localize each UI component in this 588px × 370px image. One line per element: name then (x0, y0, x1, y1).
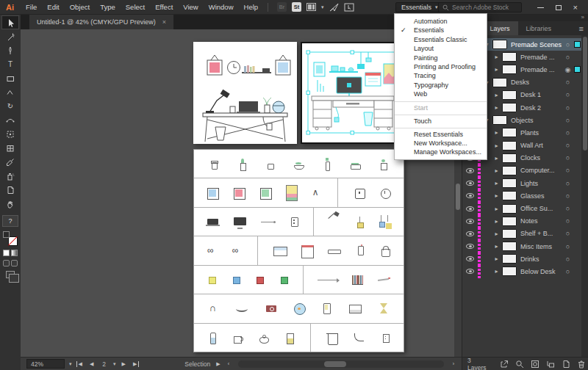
visibility-eye-icon[interactable] (466, 219, 474, 224)
layer-name[interactable]: Lights (520, 180, 562, 187)
free-transform-tool[interactable] (1, 127, 19, 141)
layer-row[interactable]: ▸ Lights ○ (462, 177, 581, 189)
expand-chevron-icon[interactable]: ▸ (492, 206, 501, 212)
horizontal-scrollbar[interactable] (238, 360, 444, 368)
workspace-menu-item[interactable]: ✓ Typography (395, 81, 487, 90)
workspace-menu-item[interactable]: ✓ Essentials Classic (395, 35, 487, 44)
expand-chevron-icon[interactable]: ▸ (492, 142, 501, 149)
expand-chevron-icon[interactable]: ▸ (492, 255, 501, 262)
layer-name[interactable]: Drinks (520, 255, 562, 263)
menu-item[interactable]: Edit (42, 3, 64, 11)
expand-chevron-icon[interactable]: ▸ (492, 54, 501, 60)
target-circle-icon[interactable]: ○ (562, 268, 573, 275)
close-button[interactable]: × (573, 4, 578, 12)
expand-chevron-icon[interactable]: ▸ (492, 231, 501, 237)
draw-behind-button[interactable] (11, 260, 18, 266)
target-circle-icon[interactable]: ○ (562, 142, 573, 149)
target-circle-icon[interactable]: ○ (562, 91, 573, 98)
layer-name[interactable]: Desk 1 (520, 91, 562, 98)
expand-chevron-icon[interactable]: ▸ (492, 66, 501, 73)
target-circle-icon[interactable]: ○ (562, 217, 573, 225)
target-circle-icon[interactable]: ○ (562, 41, 573, 48)
menu-item[interactable]: Object (65, 3, 95, 11)
layer-name[interactable]: Shelf + B... (520, 230, 562, 237)
status-options-arrow-icon[interactable]: ▶ (215, 361, 221, 367)
symbol-sprayer-tool[interactable] (1, 169, 19, 183)
pen-tool[interactable] (1, 43, 19, 57)
target-circle-icon[interactable]: ○ (562, 180, 573, 187)
horizontal-scrollbar-thumb[interactable] (324, 361, 346, 367)
panel-tab[interactable]: Libraries (518, 21, 560, 35)
workspace-menu-item[interactable]: ✓ Painting (395, 54, 487, 62)
selection-tool[interactable] (1, 15, 19, 29)
expand-chevron-icon[interactable]: ▸ (492, 192, 501, 199)
type-tool[interactable]: T (1, 57, 19, 71)
workspace-menu-item[interactable]: ✓ Automation (395, 17, 487, 26)
layer-name[interactable]: Notes (520, 217, 562, 225)
screen-mode-button[interactable] (6, 271, 15, 278)
artboard-2-active[interactable] (301, 42, 404, 144)
artboard-icon-sheet[interactable] (193, 149, 404, 352)
layer-name[interactable]: Objects (511, 117, 562, 124)
layer-name[interactable]: Premade ... (520, 66, 562, 73)
menu-item[interactable]: Select (121, 3, 150, 11)
scroll-left-arrow-icon[interactable]: ‹ (226, 361, 231, 366)
expand-chevron-icon[interactable]: ▸ (492, 92, 501, 98)
draw-normal-button[interactable] (3, 260, 10, 266)
workspace-menu-item[interactable]: ✓ Printing and Proofing (395, 62, 487, 71)
layer-name[interactable]: Premade ... (520, 54, 562, 61)
scroll-right-arrow-icon[interactable]: › (451, 361, 456, 366)
rotate-tool[interactable]: ↻ (1, 99, 19, 113)
shaper-tool[interactable] (1, 85, 19, 99)
document-tab[interactable]: Untitled-1 @ 42% (CMYK/GPU Preview) × (29, 15, 173, 29)
expand-chevron-icon[interactable]: ▸ (492, 268, 501, 275)
minimize-button[interactable] (537, 7, 544, 8)
first-artboard-button[interactable]: ◀ (76, 361, 84, 367)
target-circle-icon[interactable]: ○ (562, 117, 573, 124)
menu-item[interactable]: Effect (150, 3, 178, 11)
close-tab-icon[interactable]: × (162, 18, 166, 26)
fill-swatch[interactable] (3, 231, 10, 238)
visibility-eye-icon[interactable] (466, 256, 474, 261)
direct-selection-tool[interactable] (1, 29, 19, 43)
visibility-eye-icon[interactable] (466, 269, 474, 274)
layer-row[interactable]: ▸ Shelf + B... ○ (462, 228, 581, 240)
layer-name[interactable]: Office Su... (520, 205, 562, 212)
target-circle-icon[interactable]: ○ (562, 154, 573, 162)
artboard-1[interactable] (193, 42, 297, 144)
expand-chevron-icon[interactable]: ▸ (492, 155, 501, 162)
menu-item[interactable]: File (21, 3, 42, 11)
width-tool[interactable] (1, 113, 19, 127)
workspace-switcher-button[interactable]: Essentials ▾ (395, 2, 444, 12)
arrange-documents-icon[interactable] (306, 3, 316, 11)
artboard-tool[interactable] (1, 183, 19, 197)
panel-scrollbar[interactable] (581, 35, 588, 357)
eyedropper-tool[interactable] (1, 155, 19, 169)
workspace-menu-item[interactable]: ✓ Start (395, 101, 487, 112)
new-layer-button[interactable] (562, 360, 570, 369)
target-circle-icon[interactable]: ○ (562, 167, 573, 174)
visibility-eye-icon[interactable] (466, 231, 474, 236)
expand-chevron-icon[interactable]: ▸ (492, 167, 501, 174)
zoom-dropdown-chevron-icon[interactable]: ▾ (69, 361, 72, 367)
new-sublayer-button[interactable] (546, 360, 555, 369)
panel-scrollbar-thumb[interactable] (583, 37, 587, 150)
layer-name[interactable]: Wall Art (520, 142, 562, 149)
fill-stroke-swatches[interactable] (3, 231, 18, 246)
target-circle-icon[interactable]: ○ (562, 79, 573, 86)
layer-row[interactable]: ▸ Below Desk ○ (462, 265, 581, 278)
workspace-menu-item[interactable]: ✓ Web (395, 90, 487, 98)
workspace-menu-item[interactable]: ✓ Layout (395, 44, 487, 53)
layer-name[interactable]: Misc Items (520, 243, 562, 250)
layer-row[interactable]: ▸ Office Su... ○ (462, 202, 581, 214)
panel-menu-icon[interactable]: ≡ (579, 21, 588, 35)
visibility-eye-icon[interactable] (466, 168, 474, 173)
delete-layer-button[interactable] (577, 360, 586, 369)
layer-name[interactable]: Premade Scenes (511, 41, 562, 48)
expand-chevron-icon[interactable]: ▸ (492, 104, 501, 111)
vertical-scrollbar-thumb[interactable] (456, 184, 460, 210)
collect-for-export-button[interactable] (500, 360, 509, 369)
workspace-menu-item[interactable]: ✓ Tracing (395, 71, 487, 80)
clipping-mask-button[interactable] (531, 360, 539, 369)
visibility-eye-icon[interactable] (466, 181, 474, 186)
